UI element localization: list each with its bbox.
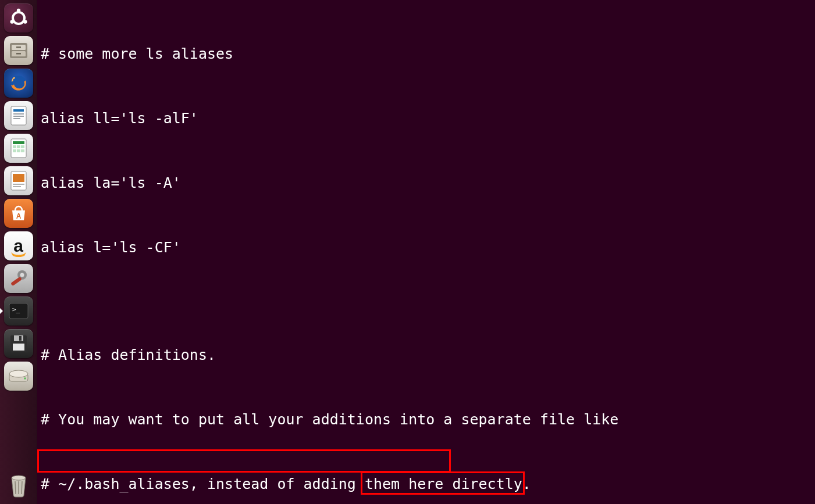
svg-rect-35 [19, 336, 22, 341]
svg-text:>_: >_ [12, 306, 20, 313]
shopping-bag-icon: A [9, 203, 29, 223]
svg-rect-7 [16, 47, 21, 48]
launcher-writer-icon[interactable] [4, 101, 33, 130]
document-writer-icon [9, 105, 28, 126]
unity-launcher: A a >_ [0, 0, 37, 504]
amazon-smile-icon [10, 251, 27, 257]
file-cabinet-icon [9, 42, 29, 59]
launcher-dash-icon[interactable] [4, 3, 33, 33]
svg-rect-22 [21, 149, 24, 152]
document-calc-icon [9, 138, 28, 159]
svg-rect-12 [13, 113, 24, 115]
svg-line-43 [22, 481, 22, 494]
trash-icon [8, 472, 30, 498]
launcher-amazon-icon[interactable]: a [4, 231, 33, 260]
svg-rect-30 [10, 277, 22, 286]
running-indicator-icon [0, 308, 3, 314]
terminal-line: alias la='ls -A' [41, 172, 812, 194]
floppy-disk-icon [9, 334, 28, 353]
launcher-save-icon[interactable] [4, 329, 33, 358]
svg-rect-11 [13, 109, 24, 112]
svg-rect-34 [14, 335, 23, 341]
svg-line-41 [15, 481, 16, 494]
svg-rect-17 [13, 145, 16, 148]
highlight-box-export [37, 449, 451, 473]
terminal-window[interactable]: # some more ls aliases alias ll='ls -alF… [37, 0, 815, 504]
svg-rect-18 [17, 145, 20, 148]
svg-rect-8 [16, 53, 21, 55]
svg-rect-13 [13, 116, 24, 117]
launcher-impress-icon[interactable] [4, 166, 33, 195]
svg-rect-24 [13, 174, 24, 182]
launcher-calc-icon[interactable] [4, 134, 33, 163]
svg-rect-16 [13, 141, 24, 144]
launcher-files-icon[interactable] [4, 36, 33, 65]
svg-point-40 [12, 476, 26, 480]
document-impress-icon [9, 170, 28, 191]
terminal-icon: >_ [9, 303, 29, 319]
terminal-line: # some more ls aliases [41, 43, 812, 65]
svg-point-1 [16, 9, 20, 12]
terminal-line: # Alias definitions. [41, 344, 812, 366]
svg-rect-21 [17, 149, 20, 152]
svg-text:A: A [16, 212, 21, 220]
terminal-line: alias l='ls -CF' [41, 237, 812, 258]
svg-point-29 [20, 273, 24, 277]
launcher-settings-icon[interactable] [4, 264, 33, 293]
svg-point-39 [24, 377, 26, 380]
svg-rect-19 [21, 145, 24, 148]
terminal-line: # ~/.bash_aliases, instead of adding the… [41, 473, 812, 495]
svg-point-3 [23, 20, 27, 23]
launcher-drive-icon[interactable] [4, 362, 33, 391]
firefox-icon [8, 73, 29, 94]
ubuntu-logo-icon [9, 8, 29, 28]
svg-point-0 [13, 12, 24, 24]
svg-rect-26 [13, 186, 21, 187]
external-drive-icon [8, 369, 29, 384]
wrench-gear-icon [8, 268, 29, 289]
svg-point-2 [10, 20, 13, 23]
terminal-line: alias ll='ls -alF' [41, 108, 812, 129]
terminal-line: # You may want to put all your additions… [41, 409, 812, 430]
launcher-firefox-icon[interactable] [4, 69, 33, 98]
svg-rect-20 [13, 149, 16, 152]
launcher-terminal-icon[interactable]: >_ [4, 296, 33, 326]
svg-point-38 [9, 370, 28, 377]
launcher-software-center-icon[interactable]: A [4, 199, 33, 228]
svg-rect-14 [13, 118, 20, 119]
svg-rect-25 [13, 184, 24, 185]
svg-rect-36 [13, 344, 24, 351]
launcher-trash-icon[interactable] [4, 470, 33, 499]
